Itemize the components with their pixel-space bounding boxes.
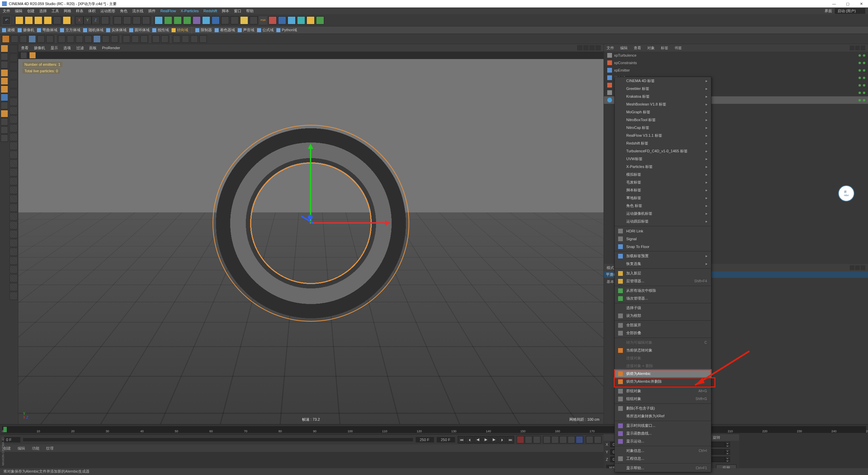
hand-icon[interactable]	[307, 16, 315, 24]
object-row-1[interactable]: xpConstraints	[604, 59, 868, 66]
tool-shader-field[interactable]: 着色器域	[215, 27, 235, 33]
menu-tools[interactable]: 工具	[52, 8, 59, 14]
ctx-item-49[interactable]: 删除(不包含子级)	[615, 404, 711, 412]
ctx-item-37[interactable]: 全部折叠	[615, 329, 711, 337]
object-row-2[interactable]: xpEmitter	[604, 66, 868, 74]
grid-lock[interactable]	[1, 134, 8, 142]
tool-camera-field[interactable]: 摄像机	[18, 27, 34, 33]
cube-primitive[interactable]	[155, 16, 163, 24]
ctx-item-9[interactable]: TurbulenceFD_C4D_v1-0_1465 标签	[615, 147, 711, 155]
ctx-item-3[interactable]: MeshBoolean V1.8 标签	[615, 100, 711, 108]
mat-func[interactable]: 功能	[32, 446, 39, 451]
model-mode[interactable]	[1, 45, 8, 52]
tool-modeling[interactable]: 建模	[2, 27, 15, 33]
deformer[interactable]	[183, 16, 191, 24]
tool-solid-field[interactable]: 实体体域	[106, 27, 126, 33]
autokey[interactable]	[525, 436, 532, 443]
tool-linear-field[interactable]: 线性域	[152, 27, 169, 33]
snap-16[interactable]	[140, 35, 148, 43]
ctx-item-53[interactable]: 显示函数曲线...	[615, 430, 711, 437]
environment[interactable]	[193, 16, 201, 24]
vp-menu-view[interactable]: 查看	[21, 45, 28, 51]
tl-opt2[interactable]	[594, 436, 601, 443]
snap-10[interactable]	[84, 35, 92, 43]
axis-z[interactable]: Z	[92, 16, 100, 24]
ctx-item-44[interactable]: 烘焙为Alembic并删除	[615, 378, 711, 385]
menu-spline[interactable]: 样条	[76, 8, 83, 14]
mat-edit[interactable]: 编辑	[18, 446, 25, 451]
snap-8[interactable]	[67, 35, 74, 43]
menu-select[interactable]: 选择	[39, 8, 47, 14]
next-key[interactable]: ⏵	[498, 436, 506, 443]
lx-2[interactable]	[9, 54, 18, 62]
lx-26[interactable]	[9, 265, 18, 273]
gizmo-y-axis[interactable]	[310, 146, 311, 224]
ctx-item-31[interactable]: 场次管理器...	[615, 294, 711, 302]
menu-script[interactable]: 脚本	[222, 8, 229, 14]
ctx-item-47[interactable]: 组组对象Shift+G	[615, 395, 711, 403]
snap-9[interactable]	[76, 35, 83, 43]
ctx-item-0[interactable]: CINEMA 4D 标签	[615, 77, 711, 85]
frame-end[interactable]: 250 F	[416, 437, 434, 442]
ctx-item-21[interactable]: Signal	[615, 235, 711, 243]
vp-nav-3[interactable]	[589, 45, 595, 51]
texture-mode[interactable]	[1, 53, 8, 60]
ctx-item-30[interactable]: 从所有场次中移除	[615, 287, 711, 294]
menu-create[interactable]: 创建	[27, 8, 35, 14]
lx-29[interactable]	[9, 292, 18, 300]
snap-2[interactable]	[11, 35, 18, 43]
tool-python-field[interactable]: Python域	[276, 27, 297, 33]
undo-button[interactable]: ↶	[2, 16, 11, 25]
menu-pipeline[interactable]: 流水线	[132, 8, 143, 14]
ctx-item-50[interactable]: 将所选对象转换为XRef	[615, 412, 711, 420]
minimize-button[interactable]: —	[827, 2, 841, 6]
ctx-item-27[interactable]: 加入新层	[615, 269, 711, 277]
lx-7[interactable]	[9, 98, 18, 106]
lx-13[interactable]	[9, 151, 18, 159]
om-menu-bookmark[interactable]: 书签	[674, 45, 682, 51]
edge-mode[interactable]	[1, 77, 8, 85]
lx-19[interactable]	[9, 204, 18, 212]
globe-2[interactable]	[288, 16, 296, 24]
ctx-item-59[interactable]: 显示帮助...Ctrl+F1	[615, 464, 711, 472]
vis-editor[interactable]	[859, 69, 861, 72]
snap-14[interactable]	[123, 35, 130, 43]
ctx-item-36[interactable]: 全部展开	[615, 321, 711, 329]
ctx-item-6[interactable]: NitroCap 标签	[615, 124, 711, 132]
snap-11[interactable]	[93, 35, 101, 43]
prev-key[interactable]: ⏴	[466, 436, 473, 443]
om-menu-tags[interactable]: 标签	[661, 45, 668, 51]
ctx-item-40[interactable]: 当前状态转对象	[615, 346, 711, 354]
ctx-item-13[interactable]: 毛发标签	[615, 178, 711, 186]
ctx-item-24[interactable]: 加载标签预置	[615, 252, 711, 260]
menu-mesh[interactable]: 网格	[64, 8, 71, 14]
gizmo-x-axis[interactable]	[311, 222, 389, 224]
close-button[interactable]: ✕	[854, 2, 868, 6]
vp-pan[interactable]	[20, 52, 27, 59]
ctx-item-4[interactable]: MoGraph 标签	[615, 108, 711, 116]
ctx-item-43[interactable]: 烘焙为Alembic	[615, 370, 711, 378]
lx-4[interactable]	[9, 71, 18, 79]
viewport-solo[interactable]	[1, 110, 8, 117]
lx-14[interactable]	[9, 159, 18, 168]
vp-nav-2[interactable]	[583, 45, 589, 51]
magnet-2[interactable]	[1, 126, 8, 134]
frame-start[interactable]: 0 F	[2, 437, 20, 442]
ctx-item-11[interactable]: X-Particles 标签	[615, 163, 711, 171]
snap-5[interactable]	[37, 35, 45, 43]
vis-render[interactable]	[863, 99, 865, 101]
om-menu-file[interactable]: 文件	[607, 45, 614, 51]
globe-3[interactable]	[297, 16, 305, 24]
context-menu[interactable]: CINEMA 4D 标签Greebler 标签Krakatoa 标签MeshBo…	[614, 77, 711, 472]
axis-mode[interactable]	[1, 94, 8, 101]
ctx-item-34[interactable]: 设为根部	[615, 312, 711, 320]
snap-4[interactable]	[28, 35, 36, 43]
snap-12[interactable]	[102, 35, 110, 43]
ctx-item-10[interactable]: UVW标签	[615, 155, 711, 163]
lx-10[interactable]	[9, 124, 18, 132]
frame-end2[interactable]: 250 F	[437, 437, 455, 442]
axis-y[interactable]: Y	[83, 16, 92, 24]
snap-19[interactable]	[173, 35, 180, 43]
vis-editor[interactable]	[859, 84, 861, 87]
ctx-item-14[interactable]: 脚本标签	[615, 186, 711, 194]
